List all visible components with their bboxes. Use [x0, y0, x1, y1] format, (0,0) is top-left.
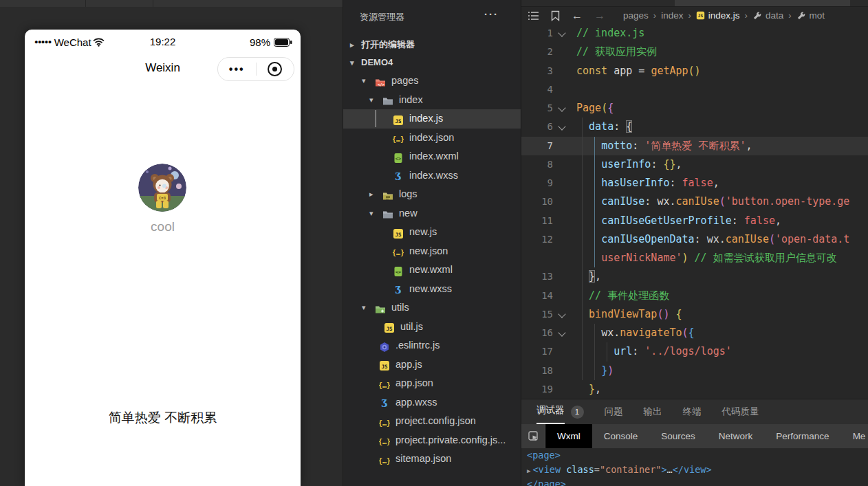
tree-item-logs[interactable]: ▸logs: [343, 185, 521, 204]
code-line-9[interactable]: 9 hasUserInfo: false,: [521, 174, 868, 192]
wxml-icon: <>: [393, 265, 404, 276]
breadcrumb-item-data[interactable]: data: [752, 10, 783, 21]
debugger-tab-调试器[interactable]: 调试器1: [536, 399, 584, 424]
devtools-tab-network[interactable]: Network: [707, 424, 765, 448]
debugger-tab-输出[interactable]: 输出: [644, 399, 662, 424]
js-icon: JS: [379, 359, 390, 370]
inspect-element-button[interactable]: [521, 424, 545, 448]
code-line-10[interactable]: 10 canIUse: wx.canIUse('button.open-type…: [521, 192, 868, 211]
nav-forward-icon[interactable]: →: [594, 10, 605, 22]
fold-chevron-icon[interactable]: [553, 99, 571, 118]
folder-open-icon: [382, 208, 393, 219]
fold-chevron-icon[interactable]: [553, 118, 571, 136]
outline-list-icon[interactable]: [528, 11, 539, 21]
code-line-11[interactable]: 11 canIUseGetUserProfile: false,: [521, 212, 868, 230]
tree-item-new-wxml[interactable]: <>new.wxml: [343, 261, 521, 280]
debugger-tab-代码质量[interactable]: 代码质量: [722, 399, 759, 424]
exit-button[interactable]: [257, 62, 294, 76]
tree-item-label: index.wxss: [409, 166, 458, 186]
tab-label: 问题: [605, 399, 623, 424]
section-open-editors[interactable]: ▸ 打开的编辑器: [343, 36, 521, 54]
exit-target-icon: [268, 62, 282, 76]
code-line-wrap[interactable]: userNickName') // 如需尝试获取用户信息可改: [521, 249, 868, 267]
code-line-17[interactable]: 17 url: '../logs/logs': [521, 342, 868, 361]
devtools-tab-me[interactable]: Me: [841, 424, 868, 448]
tree-item-pages[interactable]: ▾</>pages: [343, 71, 521, 91]
section-project-root[interactable]: ▾ DEMO4: [343, 54, 521, 71]
code-line-6[interactable]: 6 data: {: [521, 118, 868, 136]
breadcrumb-item-index-js[interactable]: JSindex.js: [696, 10, 740, 21]
tree-item-util-js[interactable]: JSutil.js: [343, 318, 521, 337]
debugger-tab-问题[interactable]: 问题: [605, 399, 623, 424]
code-line-5[interactable]: 5Page({: [521, 99, 868, 118]
breadcrumb-item-pages[interactable]: pages: [623, 10, 649, 21]
tree-item-new-json[interactable]: {…}new.json: [343, 242, 521, 261]
expand-arrow-icon[interactable]: ▶: [527, 467, 530, 474]
chevron-down-icon[interactable]: ▾: [369, 204, 373, 223]
tree-item-new-wxss[interactable]: Ʒnew.wxss: [343, 280, 521, 299]
wxml-node[interactable]: <page>: [521, 448, 868, 463]
devtools-tab-sources[interactable]: Sources: [649, 424, 707, 448]
code-line-8[interactable]: 8 userInfo: {},: [521, 155, 868, 174]
tree-item-index[interactable]: ▾index: [343, 91, 521, 110]
tree-item-app-wxss[interactable]: Ʒapp.wxss: [343, 393, 521, 412]
tree-item-project-private-config-js-[interactable]: {…}project.private.config.js...: [343, 431, 521, 450]
capsule-menu[interactable]: •••: [217, 57, 294, 81]
tree-item-index-js[interactable]: JSindex.js: [343, 109, 521, 129]
fold-column: [553, 212, 571, 230]
breadcrumb-item-mot[interactable]: mot: [796, 10, 825, 21]
chevron-down-icon[interactable]: ▾: [362, 71, 366, 91]
wxml-node[interactable]: </page>: [521, 477, 868, 486]
tree-item-index-wxml[interactable]: <>index.wxml: [343, 147, 521, 166]
code-line-7[interactable]: 7 motto: '简单热爱 不断积累',: [521, 137, 868, 155]
code-line-16[interactable]: 16 wx.navigateTo({: [521, 324, 868, 342]
chevron-down-icon[interactable]: ▾: [362, 298, 366, 318]
tree-item-app-js[interactable]: JSapp.js: [343, 355, 521, 375]
tree-item-index-json[interactable]: {…}index.json: [343, 129, 521, 148]
js-icon: JS: [384, 321, 395, 332]
devtools-tab-performance[interactable]: Performance: [764, 424, 840, 448]
fold-chevron-icon[interactable]: [553, 324, 571, 342]
active-editor-tab[interactable]: [675, 0, 850, 6]
tree-item--eslintrc-js[interactable]: .eslintrc.js: [343, 336, 521, 355]
tree-item-project-config-json[interactable]: {…}project.config.json: [343, 412, 521, 431]
tree-item-new-js[interactable]: JSnew.js: [343, 223, 521, 242]
chevron-down-icon[interactable]: ▾: [369, 91, 373, 110]
tree-item-new[interactable]: ▾new: [343, 204, 521, 223]
code-editor[interactable]: 1// index.js2// 获取应用实例3const app = getAp…: [521, 24, 868, 399]
code-line-4[interactable]: 4: [521, 80, 868, 99]
code-line-15[interactable]: 15 bindViewTap() {: [521, 305, 868, 324]
code-line-19[interactable]: 19 },: [521, 380, 868, 399]
json-icon: {…}: [379, 416, 390, 427]
chevron-right-icon[interactable]: ▸: [369, 185, 373, 204]
debugger-tab-终端[interactable]: 终端: [683, 399, 702, 424]
svg-text:JS: JS: [386, 326, 393, 332]
code-line-18[interactable]: 18 }): [521, 362, 868, 380]
fold-column: [553, 267, 571, 286]
code-text: bindViewTap() {: [571, 305, 682, 324]
code-line-13[interactable]: 13 },: [521, 267, 868, 286]
code-line-12[interactable]: 12 canIUseOpenData: wx.canIUse('open-dat…: [521, 230, 868, 249]
tree-item-index-wxss[interactable]: Ʒindex.wxss: [343, 166, 521, 186]
fold-chevron-icon[interactable]: [553, 305, 571, 324]
tree-item-sitemap-json[interactable]: {…}sitemap.json: [343, 450, 521, 469]
editor-tab-strip[interactable]: [521, 0, 868, 7]
devtools-tab-console[interactable]: Console: [592, 424, 650, 448]
nav-back-icon[interactable]: ←: [572, 10, 583, 22]
more-actions-icon[interactable]: ···: [484, 8, 499, 20]
breadcrumb-item-index[interactable]: index: [661, 10, 683, 21]
code-line-14[interactable]: 14 // 事件处理函数: [521, 287, 868, 305]
fold-chevron-icon[interactable]: [553, 24, 571, 43]
code-line-1[interactable]: 1// index.js: [521, 24, 868, 43]
bookmark-icon[interactable]: [551, 10, 560, 21]
devtools-tab-wxml[interactable]: Wxml: [545, 424, 592, 448]
user-avatar[interactable]: C=3: [138, 164, 186, 212]
line-number: 17: [521, 342, 553, 361]
tree-item-utils[interactable]: ▾utils: [343, 298, 521, 318]
tree-item-app-json[interactable]: {…}app.json: [343, 374, 521, 393]
more-menu-button[interactable]: •••: [218, 59, 256, 80]
wxml-node[interactable]: ▶<view class="container">…</view>: [521, 463, 868, 477]
strip-divider: [153, 0, 153, 7]
code-line-3[interactable]: 3const app = getApp(): [521, 62, 868, 80]
code-line-2[interactable]: 2// 获取应用实例: [521, 43, 868, 61]
